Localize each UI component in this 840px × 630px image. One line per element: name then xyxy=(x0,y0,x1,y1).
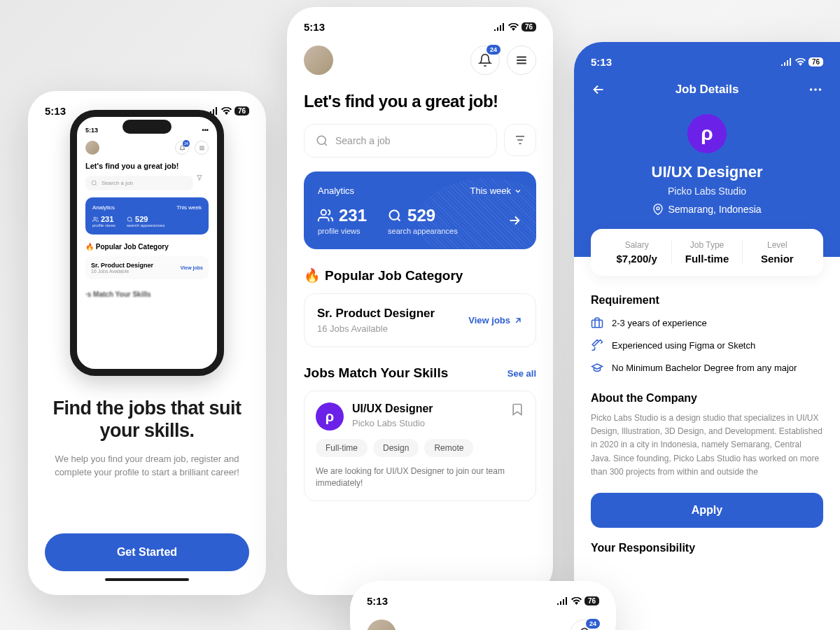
analytics-period-dropdown[interactable]: This week xyxy=(470,186,522,196)
analytics-detail-button[interactable] xyxy=(507,213,522,228)
home-screen: 5:13 76 24 Let's find you a great job! S… xyxy=(287,7,553,595)
job-tag: Full-time xyxy=(316,439,368,457)
graduation-icon xyxy=(591,361,603,374)
status-bar: 5:13 76 xyxy=(591,56,823,68)
requirement-item: Experienced using Figma or Sketch xyxy=(591,339,823,351)
job-title: Sr. Product Designer xyxy=(317,307,435,321)
filter-button[interactable] xyxy=(504,124,536,156)
battery-indicator: 76 xyxy=(234,106,249,115)
get-started-button[interactable]: Get Started xyxy=(45,533,249,571)
apply-button[interactable]: Apply xyxy=(591,493,823,528)
onboard-subtitle: We help you find your dream job, registe… xyxy=(45,452,249,479)
match-job-card[interactable]: ρ UI/UX Designer Picko Labs Studio Full-… xyxy=(304,391,536,501)
status-indicators: 76 xyxy=(781,57,823,66)
mini-menu-icon xyxy=(195,141,209,155)
app-header: 24 xyxy=(304,46,536,75)
notifications-button[interactable]: 24 xyxy=(470,46,500,75)
wifi-icon xyxy=(221,107,232,115)
search-placeholder: Search a job xyxy=(335,135,391,146)
requirements-title: Requirement xyxy=(591,294,823,307)
profile-views-count: 231 xyxy=(339,206,367,225)
search-icon xyxy=(388,209,402,223)
user-avatar[interactable] xyxy=(367,620,396,630)
signal-icon xyxy=(557,597,568,605)
match-job-desc: We are looking for UI/UX Designer to joi… xyxy=(316,465,524,489)
mini-analytics-card: Analytics This week 231 profile views 52… xyxy=(85,197,209,234)
status-time: 5:13 xyxy=(367,595,388,607)
onboarding-screen: 5:13 76 5:13 ••• 24 xyxy=(28,91,266,595)
mini-match-section: ·s Match Your Skills xyxy=(85,290,209,298)
menu-button[interactable] xyxy=(507,46,536,75)
company-logo: ρ xyxy=(687,114,727,153)
home-indicator xyxy=(105,578,189,581)
battery-indicator: 76 xyxy=(522,22,536,31)
job-location: Semarang, Indonesia xyxy=(591,204,823,215)
onboard-title: Find the jobs that suit your skills. xyxy=(45,397,249,442)
wifi-icon xyxy=(571,597,582,605)
notch xyxy=(122,120,172,134)
notifications-button[interactable]: 24 xyxy=(570,620,599,630)
requirement-item: 2-3 years of experience xyxy=(591,316,823,329)
status-indicators: 76 xyxy=(494,22,536,31)
wifi-icon xyxy=(508,23,519,31)
company-name: Picko Labs Studio xyxy=(591,186,823,197)
see-all-link[interactable]: See all xyxy=(507,368,536,379)
mini-indicators: ••• xyxy=(202,127,209,134)
mini-search: Search a job xyxy=(85,176,193,190)
company-logo: ρ xyxy=(316,402,344,430)
job-tag: Remote xyxy=(424,439,473,457)
mini-avatar xyxy=(85,141,99,155)
salary-value: $7,200/y xyxy=(602,253,671,265)
mini-time: 5:13 xyxy=(85,127,98,134)
status-indicators: 76 xyxy=(557,596,599,606)
analytics-card: Analytics This week 231 profile views 52… xyxy=(304,172,536,249)
search-input[interactable]: Search a job xyxy=(304,124,497,158)
type-label: Job Type xyxy=(672,240,741,250)
signal-icon xyxy=(781,58,792,66)
wifi-icon xyxy=(795,58,806,66)
partial-screen: 5:13 76 24 xyxy=(350,581,616,630)
battery-indicator: 76 xyxy=(808,57,823,66)
status-bar: 5:13 76 xyxy=(304,21,536,33)
svg-point-3 xyxy=(317,136,326,144)
status-time: 5:13 xyxy=(591,56,612,68)
nav-title: Job Details xyxy=(676,83,739,97)
briefcase-icon xyxy=(591,316,603,329)
match-job-company: Picko Labs Studio xyxy=(352,418,433,428)
view-jobs-link[interactable]: View jobs xyxy=(468,315,523,326)
requirement-item: No Minimum Bachelor Degree from any majo… xyxy=(591,361,823,374)
mini-analytics-label: Analytics xyxy=(92,204,115,211)
arrow-up-right-icon xyxy=(513,316,523,326)
mini-views: 231 xyxy=(101,215,113,223)
user-avatar[interactable] xyxy=(304,46,333,75)
svg-rect-10 xyxy=(592,320,603,328)
mini-search-placeholder: Search a job xyxy=(102,180,133,186)
page-title: Let's find you a great job! xyxy=(304,92,536,111)
notification-badge: 24 xyxy=(586,619,600,629)
job-tag: Design xyxy=(373,439,419,457)
job-details-screen: 5:13 76 Job Details ρ UI/UX Designer Pic… xyxy=(574,42,840,630)
battery-indicator: 76 xyxy=(584,596,599,606)
location-icon xyxy=(652,204,664,215)
level-value: Senior xyxy=(743,253,812,265)
svg-point-4 xyxy=(321,210,326,215)
mini-bell-icon: 24 xyxy=(175,141,189,155)
back-button[interactable] xyxy=(591,82,606,97)
svg-point-9 xyxy=(657,207,659,210)
analytics-label: Analytics xyxy=(318,186,354,196)
notification-badge: 24 xyxy=(486,45,500,55)
profile-views-label: profile views xyxy=(318,227,367,235)
bookmark-button[interactable] xyxy=(510,402,524,416)
more-button[interactable] xyxy=(808,82,823,97)
about-text: Picko Labs Studio is a design studio tha… xyxy=(591,412,823,479)
users-icon xyxy=(318,208,333,223)
status-time: 5:13 xyxy=(45,105,66,117)
svg-point-0 xyxy=(92,181,96,185)
mini-popular-section: 🔥 Popular Job Category xyxy=(85,243,209,251)
popular-job-card[interactable]: Sr. Product Designer 16 Jobs Available V… xyxy=(304,293,536,347)
search-icon xyxy=(316,134,328,147)
svg-point-6 xyxy=(810,88,813,91)
fire-icon: 🔥 xyxy=(304,267,321,284)
match-section-title: Jobs Match Your Skills xyxy=(304,365,448,381)
mini-appearances: 529 xyxy=(135,215,148,223)
